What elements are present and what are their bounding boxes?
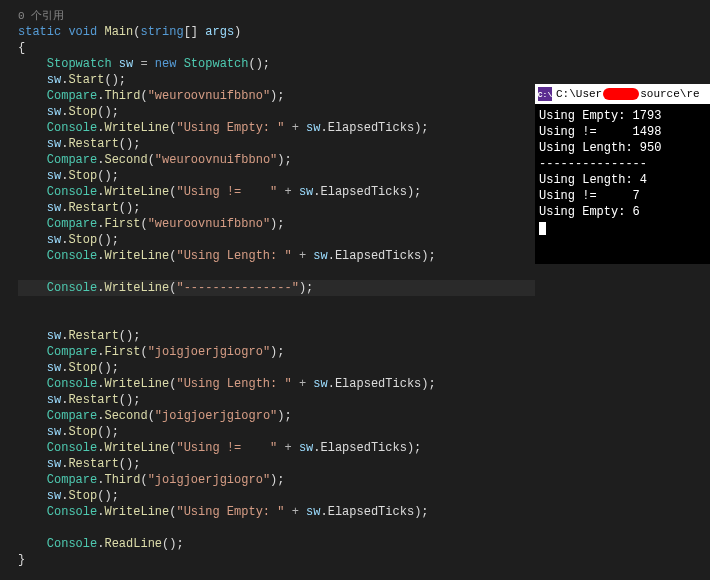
code-line: Console.WriteLine("Using Empty: " + sw.E… bbox=[18, 120, 535, 136]
code-line: Console.WriteLine("Using != " + sw.Elaps… bbox=[18, 440, 535, 456]
code-line bbox=[18, 296, 535, 312]
code-line: sw.Restart(); bbox=[18, 328, 535, 344]
code-line: Compare.First("joigjoerjgiogro"); bbox=[18, 344, 535, 360]
code-line: sw.Start(); bbox=[18, 72, 535, 88]
reference-count: 0 个引用 bbox=[18, 8, 535, 24]
code-line: sw.Restart(); bbox=[18, 136, 535, 152]
code-line: Compare.Third("joigjoerjgiogro"); bbox=[18, 472, 535, 488]
code-line: sw.Stop(); bbox=[18, 104, 535, 120]
console-window[interactable]: C:\ C:\Usersource\re Using Empty: 1793Us… bbox=[535, 84, 710, 264]
code-line: sw.Restart(); bbox=[18, 456, 535, 472]
code-line: sw.Stop(); bbox=[18, 168, 535, 184]
code-line: Console.WriteLine("Using != " + sw.Elaps… bbox=[18, 184, 535, 200]
code-editor[interactable]: 0 个引用 static void Main(string[] args) { … bbox=[0, 0, 535, 580]
cursor-icon bbox=[539, 222, 546, 235]
console-icon: C:\ bbox=[538, 87, 552, 101]
code-line bbox=[18, 312, 535, 328]
code-line: Compare.First("weuroovnuifbbno"); bbox=[18, 216, 535, 232]
code-line: static void Main(string[] args) bbox=[18, 24, 535, 40]
code-line: sw.Stop(); bbox=[18, 360, 535, 376]
code-line: Compare.Second("weuroovnuifbbno"); bbox=[18, 152, 535, 168]
code-line: sw.Restart(); bbox=[18, 200, 535, 216]
code-line bbox=[18, 264, 535, 280]
code-line: Compare.Second("joigjoerjgiogro"); bbox=[18, 408, 535, 424]
code-line: Console.WriteLine("Using Length: " + sw.… bbox=[18, 248, 535, 264]
code-line: Compare.Third("weuroovnuifbbno"); bbox=[18, 88, 535, 104]
code-line-active: Console.WriteLine("---------------"); bbox=[18, 280, 535, 296]
code-line: Console.WriteLine("Using Empty: " + sw.E… bbox=[18, 504, 535, 520]
code-line: sw.Restart(); bbox=[18, 392, 535, 408]
code-line bbox=[18, 520, 535, 536]
code-line: Stopwatch sw = new Stopwatch(); bbox=[18, 56, 535, 72]
code-line: } bbox=[18, 552, 535, 568]
code-line: { bbox=[18, 40, 535, 56]
code-line: Console.WriteLine("Using Length: " + sw.… bbox=[18, 376, 535, 392]
console-titlebar[interactable]: C:\ C:\Usersource\re bbox=[535, 84, 710, 104]
redacted-region bbox=[603, 88, 639, 100]
console-output: Using Empty: 1793Using != 1498Using Leng… bbox=[535, 104, 710, 240]
console-title-text: C:\Usersource\re bbox=[556, 88, 700, 100]
code-line: sw.Stop(); bbox=[18, 232, 535, 248]
code-line: Console.ReadLine(); bbox=[18, 536, 535, 552]
code-line: sw.Stop(); bbox=[18, 424, 535, 440]
code-line: sw.Stop(); bbox=[18, 488, 535, 504]
